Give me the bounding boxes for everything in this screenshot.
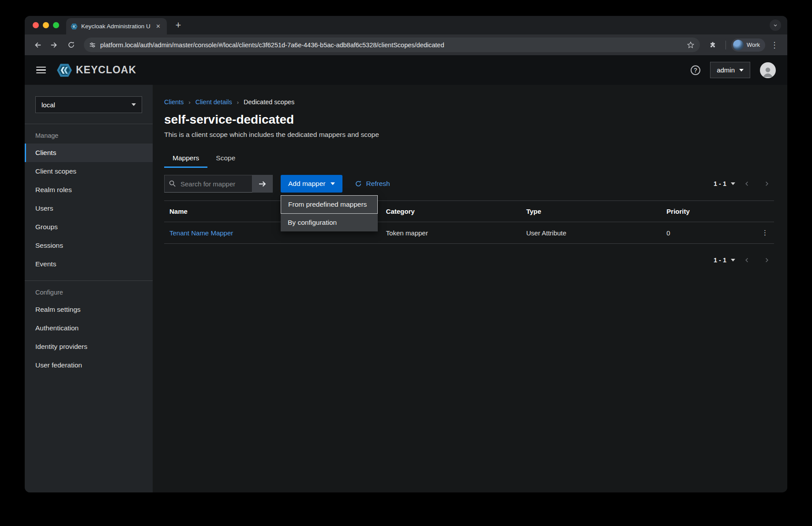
column-header-category[interactable]: Category <box>381 201 521 222</box>
sidebar-item-label: User federation <box>35 361 82 369</box>
pagination-prev-button[interactable] <box>740 178 755 189</box>
breadcrumb-separator: › <box>237 99 239 106</box>
sidebar-item-label: Events <box>35 260 56 268</box>
sidebar-item-groups[interactable]: Groups <box>25 218 153 236</box>
sidebar-section-configure: Configure <box>25 281 153 300</box>
realm-select[interactable]: local <box>35 96 142 113</box>
mapper-priority-cell: 0 <box>661 222 746 244</box>
browser-window: Keycloak Administration UI ✕ + <box>25 16 787 492</box>
pagination-prev-button[interactable] <box>740 254 755 266</box>
pagination-range-dropdown[interactable]: 1 - 1 <box>714 180 735 187</box>
sidebar-item-events[interactable]: Events <box>25 255 153 273</box>
profile-avatar <box>733 40 744 50</box>
breadcrumb-clients[interactable]: Clients <box>164 98 184 106</box>
mapper-category-cell: Token mapper <box>381 222 521 244</box>
keycloak-favicon <box>71 23 78 30</box>
sidebar-item-label: Identity providers <box>35 343 87 351</box>
sidebar-item-client-scopes[interactable]: Client scopes <box>25 162 153 181</box>
breadcrumb: Clients › Client details › Dedicated sco… <box>164 98 774 106</box>
chevron-down-icon <box>331 182 335 185</box>
menu-item-by-configuration[interactable]: By configuration <box>281 214 378 231</box>
sidebar-item-authentication[interactable]: Authentication <box>25 319 153 337</box>
address-bar[interactable] <box>84 38 700 52</box>
forward-button[interactable] <box>47 38 62 53</box>
tab-mappers[interactable]: Mappers <box>164 149 207 168</box>
tab-search-chevron-icon[interactable] <box>770 19 781 31</box>
chevron-down-icon <box>739 69 744 72</box>
chevron-down-icon <box>731 182 735 185</box>
add-mapper-button[interactable]: Add mapper <box>281 175 342 193</box>
sidebar-item-user-federation[interactable]: User federation <box>25 356 153 375</box>
page-title: self-service-dedicated <box>164 113 774 127</box>
help-icon[interactable]: ? <box>691 65 700 75</box>
close-window-button[interactable] <box>33 22 39 28</box>
pagination-next-button[interactable] <box>759 178 774 189</box>
sidebar-item-label: Clients <box>35 149 56 157</box>
minimize-window-button[interactable] <box>43 22 49 28</box>
sidebar-item-realm-settings[interactable]: Realm settings <box>25 300 153 319</box>
browser-tab-strip: Keycloak Administration UI ✕ + <box>25 16 787 34</box>
user-menu-dropdown[interactable]: admin <box>710 62 750 78</box>
table-row: Tenant Name Mapper Token mapper User Att… <box>164 222 774 244</box>
sidebar-item-label: Client scopes <box>35 167 76 175</box>
tab-title: Keycloak Administration UI <box>81 23 150 30</box>
pagination-range-label: 1 - 1 <box>714 257 726 264</box>
sidebar-item-users[interactable]: Users <box>25 199 153 218</box>
search-input[interactable] <box>164 175 252 193</box>
refresh-icon <box>355 180 362 187</box>
traffic-lights <box>33 22 59 28</box>
pagination-bottom: 1 - 1 <box>714 254 774 266</box>
back-button[interactable] <box>30 38 45 53</box>
bookmark-star-icon[interactable] <box>687 41 695 49</box>
sidebar-item-label: Users <box>35 204 53 212</box>
site-info-icon[interactable] <box>89 42 96 48</box>
sidebar: local Manage Clients Client scopes Realm… <box>25 85 153 492</box>
hamburger-menu-icon[interactable] <box>36 67 46 74</box>
row-kebab-icon[interactable]: ⋮ <box>747 222 774 244</box>
sidebar-item-sessions[interactable]: Sessions <box>25 236 153 255</box>
avatar[interactable] <box>760 62 776 78</box>
mappers-table: Name Category Type Priority Tenant Name … <box>164 201 774 244</box>
page-description: This is a client scope which includes th… <box>164 131 774 139</box>
refresh-button[interactable]: Refresh <box>355 180 390 188</box>
url-input[interactable] <box>100 42 682 49</box>
search-icon <box>169 180 176 187</box>
column-header-actions <box>747 201 774 222</box>
mappers-toolbar: Add mapper Refresh 1 - 1 <box>164 175 774 193</box>
search-group <box>164 175 273 193</box>
column-header-priority[interactable]: Priority <box>661 201 746 222</box>
extensions-icon[interactable] <box>705 38 720 53</box>
browser-menu-kebab-icon[interactable]: ⋮ <box>767 38 782 53</box>
reload-button[interactable] <box>64 38 79 53</box>
profile-label: Work <box>747 42 760 48</box>
pagination-range-dropdown[interactable]: 1 - 1 <box>714 257 735 264</box>
browser-profile-chip[interactable]: Work <box>731 38 765 52</box>
keycloak-logo: KEYCLOAK <box>56 62 136 78</box>
mapper-type-cell: User Attribute <box>521 222 661 244</box>
pagination-top: 1 - 1 <box>714 178 774 189</box>
breadcrumb-separator: › <box>188 99 190 106</box>
user-menu-label: admin <box>717 66 735 74</box>
brand-text: KEYCLOAK <box>76 64 136 76</box>
sidebar-item-label: Authentication <box>35 324 79 332</box>
pagination-bottom-wrap: 1 - 1 <box>164 254 774 266</box>
sidebar-item-clients[interactable]: Clients <box>25 144 153 162</box>
zoom-window-button[interactable] <box>53 22 59 28</box>
breadcrumb-client-details[interactable]: Client details <box>195 98 232 106</box>
new-tab-button[interactable]: + <box>172 19 184 31</box>
sidebar-item-label: Sessions <box>35 242 63 250</box>
column-header-type[interactable]: Type <box>521 201 661 222</box>
tab-close-icon[interactable]: ✕ <box>154 22 162 30</box>
pagination-next-button[interactable] <box>759 254 774 266</box>
search-submit-button[interactable] <box>252 175 273 193</box>
content-tabs: Mappers Scope <box>164 149 774 168</box>
sidebar-item-label: Realm settings <box>35 306 81 314</box>
sidebar-item-identity-providers[interactable]: Identity providers <box>25 337 153 356</box>
mapper-name-link[interactable]: Tenant Name Mapper <box>169 229 233 237</box>
browser-tab[interactable]: Keycloak Administration UI ✕ <box>66 18 167 34</box>
toolbar-separator <box>726 41 726 49</box>
tab-scope[interactable]: Scope <box>207 149 244 168</box>
menu-item-from-predefined-mappers[interactable]: From predefined mappers <box>281 195 378 214</box>
sidebar-item-realm-roles[interactable]: Realm roles <box>25 181 153 199</box>
chevron-down-icon <box>731 259 735 261</box>
